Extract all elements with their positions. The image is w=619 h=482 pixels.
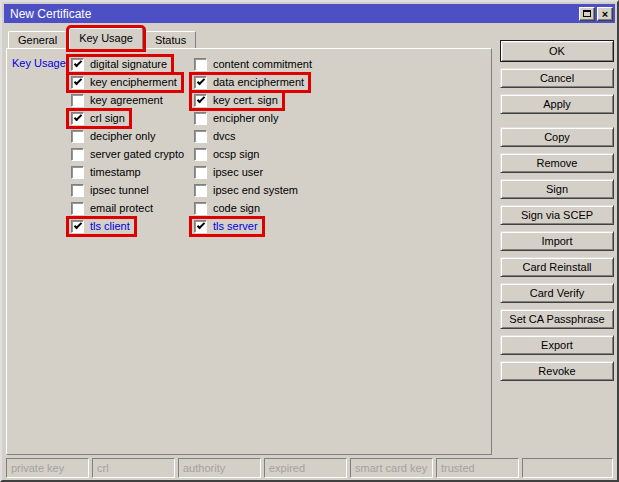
checkbox-label-encipher-only[interactable]: encipher only (213, 112, 278, 124)
cancel-button[interactable]: Cancel (500, 68, 614, 88)
checkbox-row-ipsec-end-system: ipsec end system (192, 181, 316, 199)
checkbox-crl-sign[interactable] (71, 112, 84, 125)
status-flag-expired: expired (264, 458, 347, 478)
revoke-button[interactable]: Revoke (500, 361, 614, 381)
checkbox-code-sign[interactable] (194, 202, 207, 215)
checkbox-row-ipsec-user: ipsec user (192, 163, 316, 181)
checkbox-label-dvcs[interactable]: dvcs (213, 130, 236, 142)
checkbox-tls-server[interactable] (194, 220, 207, 233)
checkbox-key-agreement[interactable] (71, 94, 84, 107)
checkbox-label-decipher-only[interactable]: decipher only (90, 130, 155, 142)
titlebar[interactable]: New Certificate × (4, 4, 615, 23)
checkbox-label-key-cert-sign[interactable]: key cert. sign (213, 94, 278, 106)
highlight-annotation-key-encipherment: key encipherment (69, 75, 181, 90)
status-flag-blank (522, 458, 613, 478)
maximize-button[interactable] (579, 7, 595, 21)
checkbox-row-key-agreement: key agreement (69, 91, 188, 109)
checkbox-row-code-sign: code sign (192, 199, 316, 217)
remove-button[interactable]: Remove (500, 153, 614, 173)
checkbox-label-ocsp-sign[interactable]: ocsp sign (213, 148, 259, 160)
checkbox-encipher-only[interactable] (194, 112, 207, 125)
highlight-annotation-crl-sign: crl sign (69, 111, 129, 126)
checkbox-label-key-encipherment[interactable]: key encipherment (90, 76, 177, 88)
apply-button[interactable]: Apply (500, 94, 614, 114)
checkbox-label-ipsec-user[interactable]: ipsec user (213, 166, 263, 178)
checkbox-ocsp-sign[interactable] (194, 148, 207, 161)
copy-button[interactable]: Copy (500, 127, 614, 147)
highlight-annotation-tls-client: tls client (69, 219, 134, 234)
checkbox-label-content-commitment[interactable]: content commitment (213, 58, 312, 70)
sign-button[interactable]: Sign (500, 179, 614, 199)
checkbox-row-timestamp: timestamp (69, 163, 188, 181)
ok-button[interactable]: OK (500, 40, 614, 62)
checkbox-ipsec-end-system[interactable] (194, 184, 207, 197)
key-usage-tab-panel: Key Usage: digital signaturekey encipher… (6, 48, 492, 455)
set-ca-passphrase-button[interactable]: Set CA Passphrase (500, 309, 614, 329)
checkbox-label-digital-signature[interactable]: digital signature (90, 58, 167, 70)
checkbox-tls-client[interactable] (71, 220, 84, 233)
key-usage-left-column: digital signaturekey enciphermentkey agr… (69, 55, 188, 235)
key-usage-right-column: content commitmentdata enciphermentkey c… (192, 55, 316, 235)
checkbox-digital-signature[interactable] (71, 58, 84, 71)
checkbox-label-tls-client[interactable]: tls client (90, 220, 130, 232)
checkbox-row-crl-sign: crl sign (69, 109, 188, 127)
tab-key-usage[interactable]: Key Usage (69, 28, 143, 49)
checkbox-row-tls-client: tls client (69, 217, 188, 235)
status-flag-smart-card-key: smart card key (350, 458, 433, 478)
checkbox-label-timestamp[interactable]: timestamp (90, 166, 141, 178)
checkbox-row-key-cert-sign: key cert. sign (192, 91, 316, 109)
checkbox-group-key-agreement: key agreement (69, 93, 167, 108)
checkbox-row-server-gated-crypto: server gated crypto (69, 145, 188, 163)
checkbox-label-code-sign[interactable]: code sign (213, 202, 260, 214)
checkbox-label-tls-server[interactable]: tls server (213, 220, 258, 232)
checkbox-data-encipherment[interactable] (194, 76, 207, 89)
checkbox-label-ipsec-end-system[interactable]: ipsec end system (213, 184, 298, 196)
checkbox-group-encipher-only: encipher only (192, 111, 282, 126)
tab-general[interactable]: General (8, 31, 67, 49)
tab-status[interactable]: Status (145, 31, 196, 49)
checkbox-row-dvcs: dvcs (192, 127, 316, 145)
checkbox-label-ipsec-tunnel[interactable]: ipsec tunnel (90, 184, 149, 196)
checkbox-ipsec-tunnel[interactable] (71, 184, 84, 197)
close-icon: × (602, 9, 608, 19)
checkbox-dvcs[interactable] (194, 130, 207, 143)
window-title: New Certificate (10, 7, 579, 21)
checkbox-row-content-commitment: content commitment (192, 55, 316, 73)
maximize-icon (583, 10, 591, 17)
status-flag-bar: private keycrlauthorityexpiredsmart card… (6, 458, 613, 478)
export-button[interactable]: Export (500, 335, 614, 355)
sign-via-scep-button[interactable]: Sign via SCEP (500, 205, 614, 225)
checkbox-key-encipherment[interactable] (71, 76, 84, 89)
checkbox-row-data-encipherment: data encipherment (192, 73, 316, 91)
key-usage-label: Key Usage: (12, 55, 69, 73)
checkmark-icon (196, 95, 204, 103)
checkbox-content-commitment[interactable] (194, 58, 207, 71)
checkbox-timestamp[interactable] (71, 166, 84, 179)
import-button[interactable]: Import (500, 231, 614, 251)
highlight-annotation-data-encipherment: data encipherment (192, 75, 308, 90)
checkbox-label-crl-sign[interactable]: crl sign (90, 112, 125, 124)
checkbox-group-ipsec-user: ipsec user (192, 165, 267, 180)
checkmark-icon (196, 221, 204, 229)
new-certificate-window: New Certificate × GeneralKey UsageStatus… (0, 0, 619, 482)
checkbox-group-code-sign: code sign (192, 201, 264, 216)
status-flag-private-key: private key (6, 458, 89, 478)
checkbox-group-ipsec-tunnel: ipsec tunnel (69, 183, 153, 198)
checkmark-icon (73, 77, 81, 85)
card-verify-button[interactable]: Card Verify (500, 283, 614, 303)
highlight-annotation-key-cert-sign: key cert. sign (192, 93, 282, 108)
checkbox-email-protect[interactable] (71, 202, 84, 215)
close-button[interactable]: × (597, 7, 613, 21)
checkbox-ipsec-user[interactable] (194, 166, 207, 179)
checkbox-label-server-gated-crypto[interactable]: server gated crypto (90, 148, 184, 160)
checkbox-label-data-encipherment[interactable]: data encipherment (213, 76, 304, 88)
checkbox-group-timestamp: timestamp (69, 165, 145, 180)
checkbox-key-cert-sign[interactable] (194, 94, 207, 107)
card-reinstall-button[interactable]: Card Reinstall (500, 257, 614, 277)
checkbox-label-key-agreement[interactable]: key agreement (90, 94, 163, 106)
checkbox-label-email-protect[interactable]: email protect (90, 202, 153, 214)
checkbox-server-gated-crypto[interactable] (71, 148, 84, 161)
checkbox-group-ocsp-sign: ocsp sign (192, 147, 263, 162)
checkbox-decipher-only[interactable] (71, 130, 84, 143)
checkbox-row-digital-signature: digital signature (69, 55, 188, 73)
